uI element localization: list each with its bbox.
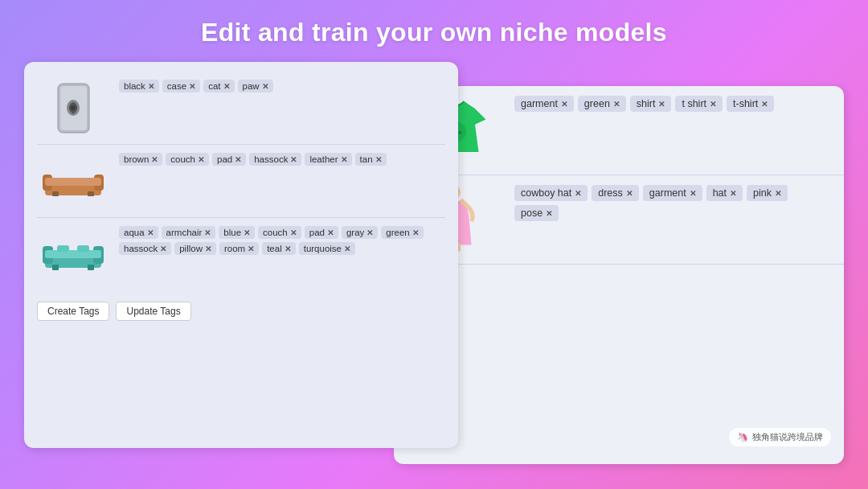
tag-remove[interactable]: ✕ — [290, 155, 297, 164]
tag: couch ✕ — [258, 226, 301, 239]
tags-container: garment ✕ green ✕ shirt ✕ t shirt ✕ t-sh… — [514, 94, 833, 112]
tags-container: aqua ✕ armchair ✕ blue ✕ couch ✕ pad ✕ g… — [119, 226, 445, 255]
tags-container: cowboy hat ✕ dress ✕ garment ✕ hat ✕ pin… — [514, 183, 833, 221]
tag: dress ✕ — [592, 185, 639, 201]
tag-remove[interactable]: ✕ — [344, 244, 350, 253]
table-row: cowboy hat ✕ dress ✕ garment ✕ hat ✕ pin… — [394, 175, 844, 265]
tag-remove[interactable]: ✕ — [613, 100, 620, 109]
tag: couch ✕ — [166, 153, 209, 166]
tag: hassock ✕ — [119, 242, 171, 255]
tag-remove[interactable]: ✕ — [710, 100, 716, 109]
left-panel: black ✕ case ✕ cat ✕ paw ✕ — [24, 62, 458, 448]
tag-remove[interactable]: ✕ — [205, 244, 211, 253]
svg-rect-15 — [88, 265, 94, 270]
product-image-box — [37, 80, 109, 136]
tag: cowboy hat ✕ — [514, 185, 588, 201]
tag-remove[interactable]: ✕ — [327, 228, 334, 237]
tag: green ✕ — [578, 96, 626, 112]
svg-point-3 — [71, 105, 76, 110]
create-tags-button[interactable]: Create Tags — [37, 302, 109, 321]
tag-remove[interactable]: ✕ — [223, 82, 230, 91]
update-tags-button[interactable]: Update Tags — [116, 302, 190, 321]
tags-container: brown ✕ couch ✕ pad ✕ hassock ✕ leather … — [119, 153, 445, 166]
tag-remove[interactable]: ✕ — [244, 228, 250, 237]
tag-remove[interactable]: ✕ — [290, 228, 297, 237]
tag: pink ✕ — [747, 185, 788, 201]
svg-rect-13 — [45, 250, 101, 258]
tag: brown ✕ — [119, 153, 162, 166]
tag-remove[interactable]: ✕ — [546, 209, 552, 218]
watermark-text: 独角猫说跨境品牌 — [752, 431, 823, 443]
tag-remove[interactable]: ✕ — [147, 228, 154, 237]
bottom-buttons: Create Tags Update Tags — [37, 297, 445, 323]
tag: pose ✕ — [514, 205, 559, 221]
tag-remove[interactable]: ✕ — [690, 189, 696, 198]
brown-couch-image — [41, 163, 105, 199]
product-image-box — [37, 226, 109, 282]
tag-remove[interactable]: ✕ — [375, 155, 382, 164]
tag-remove[interactable]: ✕ — [775, 189, 781, 198]
tag-remove[interactable]: ✕ — [160, 244, 166, 253]
tag: leather ✕ — [305, 153, 351, 166]
tag: pad ✕ — [305, 226, 338, 239]
tag: armchair ✕ — [162, 226, 216, 239]
svg-rect-7 — [45, 178, 101, 186]
svg-rect-17 — [77, 245, 89, 252]
svg-rect-8 — [52, 191, 59, 196]
tag-remove[interactable]: ✕ — [148, 82, 154, 91]
svg-rect-14 — [52, 265, 59, 270]
tag: case ✕ — [162, 80, 200, 92]
tag: teal ✕ — [262, 242, 296, 255]
tag: cat ✕ — [203, 80, 234, 92]
tag: black ✕ — [119, 80, 159, 92]
tag-remove[interactable]: ✕ — [761, 100, 768, 109]
tag-remove[interactable]: ✕ — [412, 228, 419, 237]
right-panel-rows: design garment ✕ green ✕ shirt ✕ t shirt… — [394, 86, 844, 464]
tag: garment ✕ — [514, 96, 574, 112]
watermark-icon: 🦄 — [737, 432, 748, 442]
table-row: brown ✕ couch ✕ pad ✕ hassock ✕ leather … — [37, 145, 445, 218]
teal-couch-image — [41, 234, 105, 274]
tag-remove[interactable]: ✕ — [189, 82, 195, 91]
tag-remove[interactable]: ✕ — [658, 100, 665, 109]
tag-remove[interactable]: ✕ — [235, 155, 241, 164]
phone-case-image — [55, 82, 92, 134]
tag: gray ✕ — [342, 226, 378, 239]
tag-remove[interactable]: ✕ — [248, 244, 254, 253]
tag-remove[interactable]: ✕ — [151, 155, 158, 164]
tag: green ✕ — [381, 226, 423, 239]
tag: shirt ✕ — [630, 96, 672, 112]
tag: pillow ✕ — [174, 242, 216, 255]
right-panel: design garment ✕ green ✕ shirt ✕ t shirt… — [394, 86, 844, 464]
page-title: Edit and train your own niche models — [201, 18, 667, 47]
tag-remove[interactable]: ✕ — [730, 189, 736, 198]
tag: hassock ✕ — [249, 153, 301, 166]
table-row: aqua ✕ armchair ✕ blue ✕ couch ✕ pad ✕ g… — [37, 218, 445, 290]
tag-remove[interactable]: ✕ — [341, 155, 347, 164]
tag: turquoise ✕ — [299, 242, 355, 255]
watermark: 🦄 独角猫说跨境品牌 — [729, 428, 831, 446]
table-row: black ✕ case ✕ cat ✕ paw ✕ — [37, 72, 445, 145]
tag: garment ✕ — [643, 185, 702, 201]
left-panel-rows: black ✕ case ✕ cat ✕ paw ✕ — [37, 72, 445, 290]
tag-remove[interactable]: ✕ — [575, 189, 581, 198]
tag: aqua ✕ — [119, 226, 158, 239]
tag-remove[interactable]: ✕ — [626, 189, 633, 198]
tag: pad ✕ — [212, 153, 246, 166]
tag: hat ✕ — [706, 185, 743, 201]
svg-rect-9 — [88, 191, 94, 196]
tag-remove[interactable]: ✕ — [366, 228, 373, 237]
tag: t shirt ✕ — [675, 96, 723, 112]
tag-remove[interactable]: ✕ — [198, 155, 204, 164]
tag: tan ✕ — [355, 153, 387, 166]
tag: t-shirt ✕ — [727, 96, 774, 112]
tags-container: black ✕ case ✕ cat ✕ paw ✕ — [119, 80, 445, 92]
panels-container: black ✕ case ✕ cat ✕ paw ✕ — [24, 62, 844, 456]
product-image-box — [37, 153, 109, 209]
tag-remove[interactable]: ✕ — [561, 100, 567, 109]
svg-rect-16 — [57, 245, 69, 252]
tag-remove[interactable]: ✕ — [285, 244, 291, 253]
table-row: design garment ✕ green ✕ shirt ✕ t shirt… — [394, 86, 844, 175]
tag-remove[interactable]: ✕ — [262, 82, 268, 91]
tag-remove[interactable]: ✕ — [204, 228, 211, 237]
